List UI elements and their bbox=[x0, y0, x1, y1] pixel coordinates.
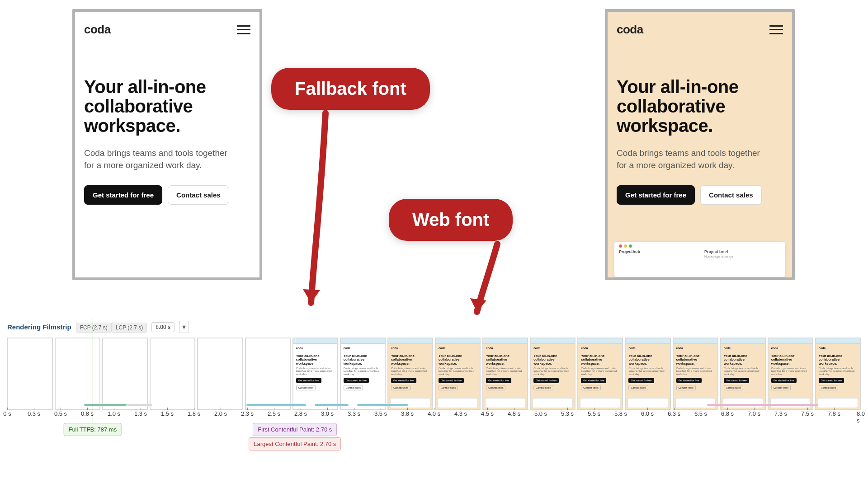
hero-subtext: Coda brings teams and tools together for… bbox=[617, 147, 770, 172]
filmstrip-frame bbox=[7, 338, 53, 410]
hero-subtext: Coda brings teams and tools together for… bbox=[84, 147, 238, 172]
filmstrip-frame: codaYour all-in-one collaborative worksp… bbox=[768, 338, 813, 410]
filmstrip-frame: codaYour all-in-one collaborative worksp… bbox=[435, 338, 481, 410]
axis-tick: 8.0 s bbox=[857, 410, 865, 424]
axis-tick: 4.3 s bbox=[454, 410, 467, 417]
brand-logo: coda bbox=[617, 23, 643, 37]
axis-tick: 0 s bbox=[3, 410, 11, 417]
axis-tick: 1.0 s bbox=[108, 410, 120, 417]
axis-tick: 2.0 s bbox=[214, 410, 227, 417]
axis-tick: 4.8 s bbox=[508, 410, 520, 417]
filmstrip-frame: codaYour all-in-one collaborative worksp… bbox=[625, 338, 670, 410]
filmstrip-frame bbox=[245, 338, 291, 410]
get-started-button[interactable]: Get started for free bbox=[84, 185, 162, 205]
filmstrip-frame: codaYour all-in-one collaborative worksp… bbox=[292, 338, 338, 410]
axis-tick: 4.0 s bbox=[428, 410, 440, 417]
webfont-callout: Web font bbox=[389, 199, 513, 241]
filmstrip-title: Rendering Filmstrip bbox=[7, 323, 71, 331]
filmstrip-frame: codaYour all-in-one collaborative worksp… bbox=[387, 338, 433, 410]
axis-tick: 3.0 s bbox=[321, 410, 334, 417]
metric-chip[interactable]: LCP (2.7 s) bbox=[112, 323, 147, 333]
axis-tick: 0.3 s bbox=[28, 410, 40, 417]
filmstrip-frame: codaYour all-in-one collaborative worksp… bbox=[673, 338, 718, 410]
axis-tick: 4.5 s bbox=[481, 410, 494, 417]
hero-headline: Your all-in-one collaborative workspace. bbox=[84, 77, 250, 136]
brand-logo: coda bbox=[84, 23, 111, 37]
screenshot-web-font: coda Your all-in-one collaborative works… bbox=[605, 9, 795, 280]
axis-tick: 3.3 s bbox=[348, 410, 360, 417]
axis-tick: 3.8 s bbox=[401, 410, 414, 417]
axis-tick: 5.3 s bbox=[561, 410, 574, 417]
traffic-light-icon bbox=[619, 244, 781, 248]
axis-tick: 7.3 s bbox=[774, 410, 787, 417]
axis-tick: 6.5 s bbox=[694, 410, 707, 417]
filmstrip-frame bbox=[102, 338, 148, 410]
filmstrip-frame: codaYour all-in-one collaborative worksp… bbox=[577, 338, 623, 410]
hero-headline: Your all-in-one collaborative workspace. bbox=[617, 77, 783, 136]
axis-tick: 2.3 s bbox=[241, 410, 254, 417]
axis-tick: 3.5 s bbox=[374, 410, 387, 417]
svg-marker-1 bbox=[470, 298, 486, 312]
axis-tick: 5.5 s bbox=[588, 410, 600, 417]
axis-tick: 6.8 s bbox=[721, 410, 734, 417]
axis-tick: 2.5 s bbox=[268, 410, 280, 417]
axis-tick: 0.5 s bbox=[54, 410, 67, 417]
axis-tick: 6.0 s bbox=[641, 410, 654, 417]
get-started-button[interactable]: Get started for free bbox=[617, 185, 695, 205]
hamburger-icon[interactable] bbox=[237, 25, 250, 34]
range-dropdown[interactable]: 8.00 s bbox=[151, 322, 175, 332]
axis-tick: 1.5 s bbox=[161, 410, 174, 417]
filmstrip-frame: codaYour all-in-one collaborative worksp… bbox=[482, 338, 528, 410]
axis-tick: 2.8 s bbox=[294, 410, 307, 417]
mini-browser-preview: Projecthub Project briefHomepage redesig… bbox=[614, 241, 786, 277]
screenshot-fallback-font: coda Your all-in-one collaborative works… bbox=[72, 9, 262, 280]
filmstrip-frame bbox=[197, 338, 243, 410]
metric-chip[interactable]: FCP (2.7 s) bbox=[76, 323, 112, 333]
rendering-filmstrip: Rendering Filmstrip FCP (2.7 s)LCP (2.7 … bbox=[7, 321, 861, 410]
axis-tick: 0.8 s bbox=[81, 410, 94, 417]
filmstrip-frame: codaYour all-in-one collaborative worksp… bbox=[815, 338, 861, 410]
axis-tick: 5.0 s bbox=[534, 410, 547, 417]
webfont-arrow-icon bbox=[452, 239, 542, 325]
filmstrip-frame: codaYour all-in-one collaborative worksp… bbox=[340, 338, 386, 410]
mini-waterfall bbox=[7, 404, 861, 406]
dropdown-caret-icon[interactable]: ▾ bbox=[179, 321, 189, 333]
contact-sales-button[interactable]: Contact sales bbox=[168, 185, 229, 205]
svg-marker-0 bbox=[303, 289, 320, 303]
fallback-font-callout: Fallback font bbox=[271, 68, 430, 110]
contact-sales-button[interactable]: Contact sales bbox=[700, 185, 762, 205]
filmstrip-frame bbox=[55, 338, 100, 410]
filmstrip-frame bbox=[150, 338, 195, 410]
axis-tick: 5.8 s bbox=[614, 410, 627, 417]
fallback-arrow-icon bbox=[271, 108, 389, 321]
filmstrip-frame: codaYour all-in-one collaborative worksp… bbox=[720, 338, 766, 410]
axis-tick: 7.0 s bbox=[748, 410, 760, 417]
axis-tick: 1.3 s bbox=[134, 410, 147, 417]
filmstrip-frame: codaYour all-in-one collaborative worksp… bbox=[530, 338, 576, 410]
axis-tick: 7.5 s bbox=[801, 410, 814, 417]
axis-tick: 7.8 s bbox=[828, 410, 840, 417]
hamburger-icon[interactable] bbox=[769, 25, 783, 34]
axis-tick: 1.8 s bbox=[188, 410, 200, 417]
axis-tick: 6.3 s bbox=[668, 410, 680, 417]
